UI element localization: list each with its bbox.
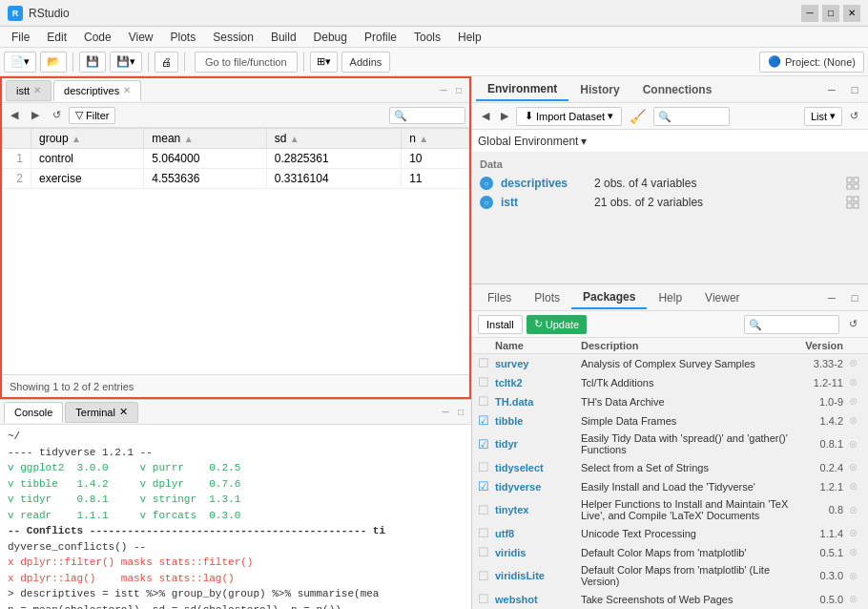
maximize-env-button[interactable]: □ [845,80,864,99]
back-button[interactable]: ◀ [6,107,23,124]
pkg-name-tidyr[interactable]: tidyr [495,438,581,450]
pkg-checkbox-tidyverse[interactable]: ☑ [478,479,495,494]
pkg-refresh-button[interactable]: ↺ [843,315,862,334]
grid-button[interactable]: ⊞▾ [310,52,338,73]
menu-item-file[interactable]: File [4,29,37,46]
pkg-name-tidyverse[interactable]: tidyverse [495,481,581,493]
install-button[interactable]: Install [478,315,523,334]
minimize-pkg-button[interactable]: ─ [822,288,841,307]
pkg-del-tinytex[interactable]: ⊗ [843,504,862,516]
pkg-del-viridislite[interactable]: ⊗ [843,570,862,582]
pkg-checkbox-tidyselect[interactable]: ☐ [478,460,495,474]
editor-tab-istt[interactable]: istt ✕ [6,80,52,101]
minimize-button[interactable]: ─ [801,5,818,22]
pkg-tab-packages[interactable]: Packages [571,286,647,309]
close-button[interactable]: ✕ [843,5,860,22]
pkg-checkbox-webshot[interactable]: ☐ [478,592,495,606]
pkg-checkbox-tcltk2[interactable]: ☐ [478,375,495,389]
pkg-checkbox-tinytex[interactable]: ☐ [478,503,495,517]
pkg-del-tidyverse[interactable]: ⊗ [843,480,862,493]
menu-item-view[interactable]: View [121,29,161,46]
minimize-env-button[interactable]: ─ [822,80,841,99]
minimize-console-button[interactable]: ─ [439,406,452,419]
pkg-del-tidyr[interactable]: ⊗ [843,438,862,451]
forward-button[interactable]: ▶ [27,107,44,124]
pkg-del-utf8[interactable]: ⊗ [843,527,862,539]
col-header-n[interactable]: n ▲ [402,129,469,149]
import-dataset-button[interactable]: ⬇ Import Dataset ▾ [516,107,622,126]
minimize-pane-button[interactable]: ─ [437,84,450,97]
pkg-del-webshot[interactable]: ⊗ [843,593,862,605]
pkg-name-thdata[interactable]: TH.data [495,396,581,408]
maximize-button[interactable]: □ [822,5,839,22]
col-header-sd[interactable]: sd ▲ [266,129,401,149]
pkg-name-viridis[interactable]: viridis [495,547,581,558]
pkg-name-tinytex[interactable]: tinytex [495,504,581,515]
pkg-name-webshot[interactable]: webshot [495,594,581,605]
pkg-del-tidyselect[interactable]: ⊗ [843,461,862,473]
filter-button[interactable]: ▽ Filter [69,107,115,124]
pkg-del-viridis[interactable]: ⊗ [843,546,862,558]
print-button[interactable]: 🖨 [155,52,178,73]
console-content[interactable]: ~/ ---- tidyverse 1.2.1 -- v ggplot2 3.0… [0,425,471,609]
console-tab-terminal[interactable]: Terminal ✕ [65,402,138,423]
env-search-input[interactable] [653,107,730,126]
env-refresh-button[interactable]: ↺ [846,107,862,126]
list-view-button[interactable]: List ▾ [804,107,842,126]
menu-item-help[interactable]: Help [450,29,489,46]
editor-tab-descriptives[interactable]: descriptives ✕ [53,80,141,101]
pkg-name-tibble[interactable]: tibble [495,415,581,427]
goto-file-button[interactable]: Go to file/function [195,52,298,73]
close-icon[interactable]: ✕ [119,406,128,418]
pkg-name-utf8[interactable]: utf8 [495,528,581,539]
pkg-name-tidyselect[interactable]: tidyselect [495,462,581,473]
pkg-name-tcltk2[interactable]: tcltk2 [495,377,581,388]
pkg-del-thdata[interactable]: ⊗ [843,395,862,408]
update-button[interactable]: ↻ Update [527,315,587,334]
grid-view-icon-istt[interactable] [845,195,860,210]
pkg-checkbox-tibble[interactable]: ☑ [478,413,495,428]
env-item-name-descriptives[interactable]: descriptives [501,177,587,190]
grid-view-icon-descriptives[interactable] [845,176,860,191]
open-file-button[interactable]: 📂 [40,52,67,73]
menu-item-code[interactable]: Code [76,29,119,46]
editor-search-input[interactable] [389,107,465,124]
pkg-checkbox-survey[interactable]: ☐ [478,356,495,370]
maximize-pkg-button[interactable]: □ [845,288,864,307]
pkg-checkbox-viridis[interactable]: ☐ [478,545,495,559]
menu-item-build[interactable]: Build [263,29,304,46]
menu-item-tools[interactable]: Tools [406,29,448,46]
global-env-dropdown[interactable]: Global Environment ▾ [478,135,587,148]
pkg-del-survey[interactable]: ⊗ [843,357,862,369]
env-back-button[interactable]: ◀ [478,107,493,126]
menu-item-plots[interactable]: Plots [163,29,204,46]
menu-item-edit[interactable]: Edit [39,29,74,46]
clear-env-button[interactable]: 🧹 [626,107,650,126]
col-header-group[interactable]: group ▲ [31,129,144,149]
project-button[interactable]: 🔵 Project: (None) [759,52,864,73]
pkg-tab-plots[interactable]: Plots [523,286,571,309]
pkg-checkbox-tidyr[interactable]: ☑ [478,437,495,452]
menu-item-profile[interactable]: Profile [357,29,404,46]
env-tab-environment[interactable]: Environment [476,78,568,101]
pkg-tab-viewer[interactable]: Viewer [693,286,751,309]
close-icon[interactable]: ✕ [33,85,41,95]
env-tab-history[interactable]: History [568,78,630,101]
menu-item-debug[interactable]: Debug [306,29,355,46]
console-tab-console[interactable]: Console [4,402,63,423]
pkg-tab-help[interactable]: Help [647,286,693,309]
env-tab-connections[interactable]: Connections [631,78,724,101]
pkg-name-viridislite[interactable]: viridisLite [495,570,581,581]
save-button[interactable]: 💾 [79,52,106,73]
pkg-del-tibble[interactable]: ⊗ [843,414,862,427]
save-all-button[interactable]: 💾▾ [110,52,142,73]
refresh-button[interactable]: ↺ [48,107,65,124]
pkg-checkbox-thdata[interactable]: ☐ [478,394,495,409]
pkg-name-survey[interactable]: survey [495,358,581,369]
new-file-button[interactable]: 📄▾ [4,52,36,73]
close-icon[interactable]: ✕ [123,85,131,95]
maximize-pane-button[interactable]: □ [452,84,465,97]
menu-item-session[interactable]: Session [205,29,261,46]
pkg-del-tcltk2[interactable]: ⊗ [843,376,862,388]
env-item-name-istt[interactable]: istt [501,196,587,209]
